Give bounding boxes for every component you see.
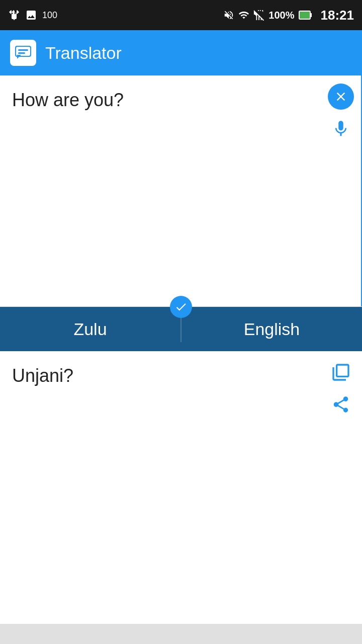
output-container: Unjani?: [0, 351, 362, 624]
translated-text: Unjani?: [0, 351, 362, 400]
source-input[interactable]: How are you?: [0, 75, 362, 306]
svg-rect-4: [16, 47, 30, 56]
svg-rect-6: [18, 52, 25, 54]
share-icon: [331, 395, 350, 414]
lang-bar: Zulu English: [0, 307, 362, 351]
check-icon: [174, 300, 188, 313]
mic-icon: [331, 119, 350, 138]
status-bar: 100 100% 18:21: [0, 0, 362, 30]
close-icon: [334, 90, 348, 104]
battery-label: 100: [42, 10, 57, 21]
source-container: How are you?: [0, 75, 362, 307]
status-left-icons: 100: [8, 9, 57, 21]
signal-icon: [253, 10, 264, 21]
app-logo: [10, 40, 36, 66]
copy-button[interactable]: [328, 359, 354, 385]
target-lang-button[interactable]: English: [182, 307, 362, 351]
usb-icon: [8, 9, 20, 21]
app-bar: Translator: [0, 30, 362, 75]
mute-icon: [223, 10, 234, 21]
battery-icon: [299, 10, 313, 21]
source-lang-button[interactable]: Zulu: [0, 307, 180, 351]
app-title: Translator: [45, 43, 122, 63]
svg-rect-1: [300, 12, 310, 19]
wifi-icon: [238, 10, 249, 21]
status-time: 18:21: [321, 8, 354, 23]
image-icon: [25, 9, 37, 21]
share-button[interactable]: [328, 391, 354, 418]
mic-button[interactable]: [328, 116, 354, 142]
status-right-icons: 100% 18:21: [223, 8, 354, 23]
battery-percent: 100%: [268, 10, 294, 21]
chat-icon: [14, 44, 32, 62]
svg-rect-2: [310, 13, 312, 17]
check-badge: [170, 296, 192, 318]
clear-button[interactable]: [328, 84, 354, 110]
copy-icon-2: [331, 362, 351, 382]
svg-rect-5: [18, 49, 28, 51]
